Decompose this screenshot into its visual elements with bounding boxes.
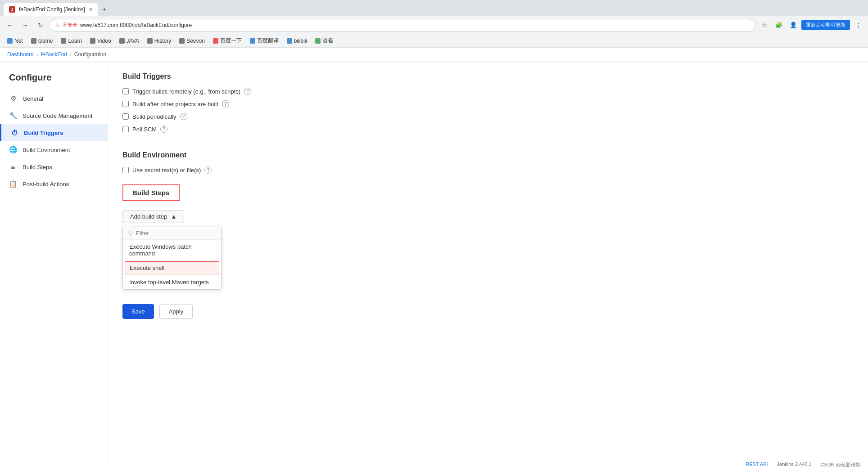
build-triggers-section: Build Triggers Trigger builds remotely (… [122,72,854,133]
chevron-up-icon: ▲ [171,213,176,220]
bookmark-yuque-label: 语雀 [322,37,333,45]
build-triggers-icon: ⏱ [10,129,18,137]
build-after-help[interactable]: ? [222,100,229,107]
forward-btn[interactable]: → [19,19,32,31]
bookmark-game[interactable]: Game [27,37,57,45]
trigger-remote-label: Trigger builds remotely (e.g., from scri… [132,88,240,95]
bookmark-video[interactable]: Video [86,37,114,45]
bookmark-video-label: Video [97,38,111,44]
bookmark-seevon[interactable]: Seevon [176,37,208,45]
bookmark-learn-icon [61,38,66,44]
source-code-icon: 🔧 [9,112,17,120]
bookmark-baidu-label: 百度一下 [220,37,242,45]
sidebar-item-source-code[interactable]: 🔧 Source Code Management [0,107,108,124]
bookmark-bilibili[interactable]: bilibili [283,37,311,45]
browser-chrome: J feBackEnd Config [Jenkins] ✕ + ← → ↻ ⚠… [0,0,868,48]
poll-scm-help[interactable]: ? [160,125,167,133]
sidebar-item-build-triggers[interactable]: ⏱ Build Triggers [0,124,108,141]
build-environment-icon: 🌐 [9,146,17,154]
update-btn[interactable]: 重新启动即可更新 [801,20,850,30]
build-periodically-checkbox[interactable] [122,113,129,120]
reload-btn[interactable]: ↻ [34,19,47,31]
trigger-remote-checkbox[interactable] [122,88,129,94]
tab-favicon: J [9,6,15,13]
build-periodically-label: Build periodically [132,113,176,120]
dropdown-filter-input[interactable] [136,230,216,237]
sidebar-source-code-label: Source Code Management [23,112,92,119]
browser-tab[interactable]: J feBackEnd Config [Jenkins] ✕ [4,3,98,16]
bookmark-java[interactable]: JAVA [116,37,143,45]
trigger-remote-row: Trigger builds remotely (e.g., from scri… [122,88,854,95]
bookmark-baidu-icon [213,38,218,44]
add-build-step-btn[interactable]: Add build step ▲ [122,210,184,223]
bookmark-fanyi-icon [250,38,255,44]
use-secret-checkbox[interactable] [122,167,129,173]
sidebar: Configure ⚙ General 🔧 Source Code Manage… [0,62,108,470]
trigger-remote-help[interactable]: ? [244,88,251,95]
bookmark-learn[interactable]: Learn [57,37,86,45]
add-build-step-container: Add build step ▲ ▽ Execute Windows batch… [122,210,854,290]
sidebar-general-label: General [23,95,43,102]
use-secret-row: Use secret text(s) or file(s) ? [122,166,854,174]
extensions-btn[interactable]: 🧩 [773,19,785,31]
bookmark-fanyi[interactable]: 百度翻译 [246,36,282,45]
sidebar-build-environment-label: Build Environment [23,147,70,153]
dropdown-item-windows[interactable]: Execute Windows batch command [123,240,221,260]
bookmark-history-label: History [154,38,171,44]
bookmark-baidu[interactable]: 百度一下 [209,36,245,45]
sidebar-item-build-environment[interactable]: 🌐 Build Environment [0,141,108,158]
build-environment-title: Build Environment [122,151,854,159]
bookmark-fanyi-label: 百度翻译 [257,37,279,45]
tab-close-btn[interactable]: ✕ [89,7,93,13]
bookmark-video-icon [90,38,95,44]
breadcrumb-dashboard[interactable]: Dashboard [7,51,34,58]
new-tab-btn[interactable]: + [98,3,111,16]
dropdown-item-maven-label: Invoke top-level Maven targets [129,279,209,286]
poll-scm-row: Poll SCM ? [122,125,854,133]
breadcrumb-febackend[interactable]: feBackEnd [41,51,67,58]
use-secret-label: Use secret text(s) or file(s) [132,167,201,174]
bookmark-history[interactable]: History [144,37,175,45]
bookmark-yuque-icon [315,38,321,44]
divider-1 [122,142,854,142]
save-button[interactable]: Save [122,304,154,319]
breadcrumb-sep-2: › [70,51,72,58]
bookmark-net-icon [7,38,13,44]
dropdown-item-execute-shell[interactable]: Execute shell [125,261,219,274]
address-url: www.fe517.com:8080/job/feBackEnd/configu… [80,22,192,28]
poll-scm-checkbox[interactable] [122,126,129,132]
address-bar[interactable]: ⚠ 不安全 www.fe517.com:8080/job/feBackEnd/c… [50,19,755,31]
build-triggers-title: Build Triggers [122,72,854,81]
dropdown-item-shell-label: Execute shell [130,264,164,271]
bookmark-yuque[interactable]: 语雀 [312,36,337,45]
rest-api-link[interactable]: REST API [746,461,768,468]
sidebar-item-general[interactable]: ⚙ General [0,90,108,107]
sidebar-build-steps-label: Build Steps [23,164,52,170]
general-icon: ⚙ [9,94,17,103]
jenkins-version: Jenkins 2.440.1 [777,461,812,468]
build-periodically-help[interactable]: ? [180,113,187,120]
main-content: Build Triggers Trigger builds remotely (… [108,62,868,470]
page-container: Configure ⚙ General 🔧 Source Code Manage… [0,62,868,470]
bottom-bar: REST API Jenkins 2.440.1 CSDN @蓝影侠歌 [738,460,868,470]
menu-btn[interactable]: ⋮ [852,19,864,31]
profile-btn[interactable]: 👤 [787,19,800,31]
breadcrumb-configuration: Configuration [74,51,106,58]
back-btn[interactable]: ← [4,19,16,31]
sidebar-post-build-label: Post-build Actions [23,181,69,188]
add-build-step-dropdown: ▽ Execute Windows batch command Execute … [122,227,222,290]
bookmark-net[interactable]: Net [4,37,27,45]
sidebar-item-post-build[interactable]: 📋 Post-build Actions [0,175,108,192]
toolbar-actions: ☆ 🧩 👤 重新启动即可更新 ⋮ [758,19,864,31]
use-secret-help[interactable]: ? [204,166,212,174]
bookmark-seevon-label: Seevon [186,38,205,44]
build-environment-section: Build Environment Use secret text(s) or … [122,151,854,174]
bookmark-btn[interactable]: ☆ [758,19,771,31]
sidebar-item-build-steps[interactable]: ≡ Build Steps [0,158,108,175]
build-after-checkbox[interactable] [122,101,129,107]
dropdown-item-maven[interactable]: Invoke top-level Maven targets [123,275,221,289]
bookmark-history-icon [147,38,153,44]
bookmark-net-label: Net [14,38,23,44]
add-build-step-label: Add build step [130,213,167,220]
apply-button[interactable]: Apply [159,304,193,319]
